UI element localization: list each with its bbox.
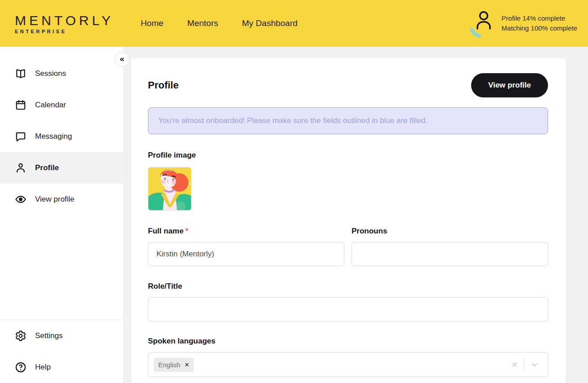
pronouns-label: Pronouns — [352, 227, 548, 236]
app-root: MENTORLY ENTERPRISE Home Mentors My Dash… — [0, 0, 588, 383]
header-profile-status: Profile 14% complete Matching 100% compl… — [469, 9, 577, 38]
role-title-field-group: Role/Title — [148, 282, 548, 321]
profile-form-card: Profile View profile You're almost onboa… — [131, 58, 566, 383]
sidebar-item-messaging[interactable]: Messaging — [0, 121, 123, 152]
full-name-field-group: Full name* — [148, 227, 344, 266]
sidebar-collapse-button[interactable]: « — [115, 52, 129, 67]
profile-image-section: Profile image — [148, 151, 548, 211]
remove-tag-icon[interactable]: ✕ — [184, 361, 189, 368]
page-title: Profile — [148, 79, 178, 91]
full-name-input[interactable] — [148, 242, 344, 266]
app-header: MENTORLY ENTERPRISE Home Mentors My Dash… — [0, 0, 588, 47]
profile-complete-text: Profile 14% complete — [502, 13, 577, 23]
gear-icon — [15, 330, 27, 342]
eye-icon — [15, 194, 27, 205]
chat-icon — [15, 131, 27, 142]
onboarding-banner: You're almost onboarded! Please make sur… — [148, 107, 548, 134]
sidebar-item-label: Help — [35, 363, 51, 372]
sidebar-item-label: Profile — [35, 163, 59, 172]
sidebar: Sessions Calendar Messaging Profile — [0, 47, 123, 383]
sidebar-item-label: Calendar — [35, 101, 66, 110]
spoken-languages-select[interactable]: English ✕ ✕ — [148, 352, 548, 377]
sidebar-item-settings[interactable]: Settings — [0, 320, 123, 352]
sidebar-item-help[interactable]: Help — [0, 352, 123, 383]
matching-complete-text: Matching 100% complete — [502, 23, 577, 33]
chevron-double-left-icon: « — [120, 54, 124, 64]
spoken-languages-field-group: Spoken languages English ✕ ✕ — [148, 337, 548, 377]
help-icon — [15, 361, 27, 373]
role-title-label: Role/Title — [148, 282, 548, 291]
clear-icon[interactable]: ✕ — [506, 360, 524, 370]
sidebar-item-label: Settings — [35, 331, 62, 340]
logo-subtitle: ENTERPRISE — [15, 29, 114, 34]
card-header: Profile View profile — [148, 73, 548, 97]
logo[interactable]: MENTORLY ENTERPRISE — [15, 13, 114, 34]
sidebar-item-label: Messaging — [35, 132, 72, 141]
pronouns-input[interactable] — [352, 242, 548, 266]
completion-status: Profile 14% complete Matching 100% compl… — [502, 13, 577, 33]
full-name-label: Full name* — [148, 227, 344, 236]
person-icon — [15, 162, 27, 174]
chevron-down-icon[interactable] — [524, 360, 545, 369]
logo-title: MENTORLY — [15, 13, 114, 28]
nav-mentors[interactable]: Mentors — [187, 18, 218, 28]
name-pronouns-row: Full name* Pronouns — [148, 227, 548, 266]
language-tag-label: English — [158, 361, 180, 369]
nav-my-dashboard[interactable]: My Dashboard — [242, 18, 298, 28]
profile-image[interactable] — [148, 167, 192, 211]
sidebar-spacer — [0, 215, 123, 320]
required-asterisk: * — [185, 227, 188, 235]
sidebar-item-label: Sessions — [35, 69, 66, 78]
language-tag: English ✕ — [154, 358, 194, 372]
full-name-label-text: Full name — [148, 227, 183, 235]
sidebar-item-profile[interactable]: Profile — [0, 152, 123, 184]
pronouns-field-group: Pronouns — [352, 227, 548, 266]
nav-home[interactable]: Home — [141, 18, 164, 28]
sidebar-item-label: View profile — [35, 195, 75, 204]
profile-progress-icon[interactable] — [469, 9, 495, 38]
calendar-icon — [15, 99, 27, 111]
profile-image-label: Profile image — [148, 151, 548, 160]
main-nav: Home Mentors My Dashboard — [141, 18, 298, 28]
sidebar-item-calendar[interactable]: Calendar — [0, 89, 123, 121]
sidebar-item-view-profile[interactable]: View profile — [0, 184, 123, 215]
view-profile-button[interactable]: View profile — [471, 73, 548, 97]
onboarding-banner-text: You're almost onboarded! Please make sur… — [158, 116, 428, 125]
sidebar-item-sessions[interactable]: Sessions — [0, 58, 123, 89]
spoken-languages-label: Spoken languages — [148, 337, 548, 346]
select-controls: ✕ — [506, 359, 545, 370]
role-title-input[interactable] — [148, 297, 548, 321]
book-icon — [15, 68, 27, 79]
